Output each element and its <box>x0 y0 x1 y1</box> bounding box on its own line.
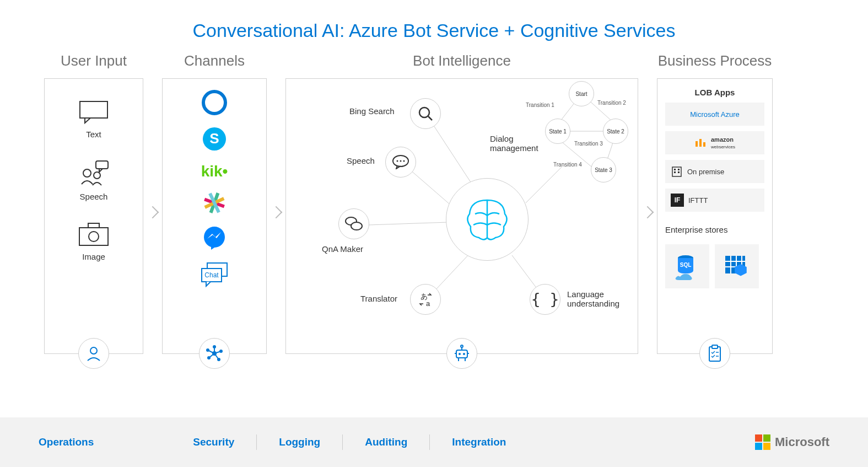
aws-icon <box>694 138 707 148</box>
diagram-columns: User Input Text Speech Image <box>0 41 868 372</box>
speech-dots-icon <box>385 147 416 178</box>
chevron-right-icon <box>270 206 283 219</box>
transition-label: Transition 1 <box>526 102 554 108</box>
footer: Operations Security Logging Auditing Int… <box>0 417 868 467</box>
brain-icon <box>446 178 529 261</box>
sql-cloud-icon: SQL <box>665 244 709 288</box>
translator-icon: あa <box>410 284 441 315</box>
user-input-item-text: Text <box>79 101 108 139</box>
svg-point-1 <box>83 169 91 177</box>
service-label: Language understanding <box>567 289 633 308</box>
kik-icon: kik• <box>201 163 228 180</box>
footer-link-operations: Operations <box>39 436 94 448</box>
svg-point-40 <box>400 160 402 162</box>
hub-icon <box>199 338 230 369</box>
svg-point-15 <box>204 227 225 248</box>
bot-intelligence-column: Bot Intelligence B <box>285 52 638 372</box>
svg-rect-66 <box>674 171 676 173</box>
microsoft-logo-icon <box>755 434 770 450</box>
svg-point-55 <box>461 345 463 347</box>
bot-intelligence-box: Bing Search Speech QnA Maker あa Translat… <box>285 78 638 354</box>
dialog-node-state1: State 1 <box>545 119 570 144</box>
chat-bubble-icon <box>79 101 108 124</box>
lob-item-ifttt: IF IFTTT <box>665 189 764 212</box>
footer-link-auditing: Auditing <box>365 436 407 448</box>
svg-rect-0 <box>80 101 107 118</box>
divider <box>429 434 430 450</box>
svg-point-8 <box>203 92 225 114</box>
svg-point-39 <box>397 160 398 162</box>
svg-rect-5 <box>88 223 99 228</box>
svg-text:S: S <box>209 130 219 147</box>
dialog-graph: Start State 1 State 2 State 3 Transition… <box>520 79 636 189</box>
ifttt-icon: IF <box>671 194 684 207</box>
user-icon <box>78 338 109 369</box>
chevron-right-icon <box>147 206 159 219</box>
messenger-icon <box>202 226 227 251</box>
transition-label: Transition 4 <box>553 162 582 168</box>
svg-point-7 <box>90 347 97 354</box>
bot-intelligence-header: Bot Intelligence <box>285 52 638 69</box>
arrow <box>638 52 657 372</box>
user-input-box: Text Speech Image <box>44 78 143 354</box>
footer-link-logging: Logging <box>279 436 320 448</box>
dialog-node-state2: State 2 <box>603 119 628 144</box>
user-input-label: Speech <box>80 192 108 201</box>
svg-text:Chat: Chat <box>204 271 219 279</box>
svg-rect-63 <box>672 167 681 176</box>
skype-icon: S <box>202 126 227 152</box>
svg-rect-64 <box>674 169 676 170</box>
svg-line-27 <box>214 353 219 359</box>
svg-line-32 <box>369 222 449 225</box>
svg-rect-51 <box>456 350 467 358</box>
microsoft-wordmark: Microsoft <box>775 435 829 449</box>
svg-point-2 <box>94 172 100 179</box>
user-input-column: User Input Text Speech Image <box>44 52 143 372</box>
svg-point-53 <box>463 353 465 355</box>
svg-rect-60 <box>696 141 698 147</box>
transition-label: Transition 2 <box>597 100 626 106</box>
cortana-icon <box>202 90 227 115</box>
svg-point-41 <box>403 160 405 162</box>
svg-rect-67 <box>678 171 680 173</box>
calendar-db-icon <box>715 244 759 288</box>
channels-column: Channels S kik• Chat <box>162 52 267 372</box>
svg-rect-3 <box>96 161 108 169</box>
arrow <box>143 52 162 372</box>
user-input-item-speech: Speech <box>77 160 110 201</box>
user-input-label: Text <box>86 130 101 139</box>
user-input-header: User Input <box>44 52 143 69</box>
lob-label: Microsoft Azure <box>671 110 759 119</box>
svg-text:a: a <box>426 299 430 307</box>
lob-item-aws: amazonwebservices <box>665 131 764 154</box>
user-input-label: Image <box>82 252 105 261</box>
business-process-box: LOB Apps Microsoft Azure amazonwebservic… <box>657 78 773 354</box>
svg-point-52 <box>459 353 461 355</box>
transition-label: Transition 3 <box>574 141 603 147</box>
braces-icon: { } <box>530 284 560 315</box>
footer-link-security: Security <box>193 436 234 448</box>
building-icon <box>671 165 683 178</box>
lob-label: amazonwebservices <box>711 136 735 149</box>
service-label: Translator <box>360 294 397 303</box>
channels-box: S kik• Chat <box>162 78 267 354</box>
svg-rect-65 <box>678 169 680 170</box>
robot-icon <box>446 338 477 369</box>
lob-item-onprem: On premise <box>665 160 764 183</box>
lob-item-azure: Microsoft Azure <box>665 103 764 126</box>
footer-link-integration: Integration <box>452 436 506 448</box>
svg-point-36 <box>419 108 429 117</box>
svg-point-43 <box>351 222 362 230</box>
camera-icon <box>78 222 109 246</box>
enterprise-stores-title: Enterprise stores <box>665 225 764 234</box>
svg-point-6 <box>89 232 99 241</box>
svg-rect-78 <box>712 345 718 348</box>
lob-apps-title: LOB Apps <box>665 88 764 97</box>
svg-text:SQL: SQL <box>680 262 692 268</box>
microsoft-logo: Microsoft <box>755 434 829 450</box>
dialog-node-start: Start <box>569 81 594 106</box>
business-process-column: Business Process LOB Apps Microsoft Azur… <box>657 52 773 372</box>
user-input-item-image: Image <box>78 222 109 261</box>
dialog-node-state3: State 3 <box>591 157 616 182</box>
business-process-header: Business Process <box>657 52 773 69</box>
